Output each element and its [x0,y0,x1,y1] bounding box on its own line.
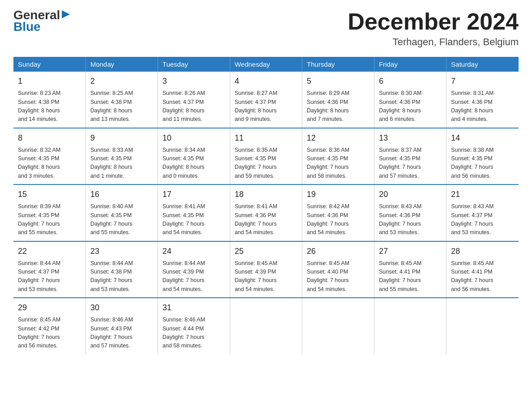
calendar-cell [374,298,446,354]
day-number: 29 [18,302,81,314]
day-number: 13 [379,132,442,144]
day-info: Sunrise: 8:32 AMSunset: 4:35 PMDaylight:… [18,146,81,181]
calendar-cell: 13Sunrise: 8:37 AMSunset: 4:35 PMDayligh… [374,128,446,185]
calendar-header: Sunday Monday Tuesday Wednesday Thursday… [13,57,519,72]
calendar-cell: 1Sunrise: 8:23 AMSunset: 4:38 PMDaylight… [13,72,86,128]
day-info: Sunrise: 8:37 AMSunset: 4:35 PMDaylight:… [379,146,442,181]
calendar-cell [446,298,519,354]
day-number: 2 [90,75,153,87]
logo: General Blue [13,9,71,33]
calendar-title: December 2024 [348,9,519,34]
day-info: Sunrise: 8:45 AMSunset: 4:40 PMDaylight:… [307,259,369,294]
day-info: Sunrise: 8:45 AMSunset: 4:39 PMDaylight:… [235,259,297,294]
day-info: Sunrise: 8:39 AMSunset: 4:35 PMDaylight:… [18,202,81,237]
day-number: 22 [18,245,81,257]
day-info: Sunrise: 8:30 AMSunset: 4:36 PMDaylight:… [379,89,442,124]
calendar-cell: 19Sunrise: 8:42 AMSunset: 4:36 PMDayligh… [302,184,374,241]
day-info: Sunrise: 8:44 AMSunset: 4:38 PMDaylight:… [90,259,153,294]
day-info: Sunrise: 8:45 AMSunset: 4:41 PMDaylight:… [451,259,514,294]
calendar-table: Sunday Monday Tuesday Wednesday Thursday… [13,57,519,354]
calendar-cell: 12Sunrise: 8:36 AMSunset: 4:35 PMDayligh… [302,128,374,185]
day-info: Sunrise: 8:40 AMSunset: 4:35 PMDaylight:… [90,202,153,237]
day-number: 18 [235,188,297,201]
day-number: 28 [451,245,514,257]
day-info: Sunrise: 8:27 AMSunset: 4:37 PMDaylight:… [235,89,297,124]
day-number: 11 [235,132,297,144]
week-row-1: 1Sunrise: 8:23 AMSunset: 4:38 PMDaylight… [13,72,519,128]
calendar-cell: 8Sunrise: 8:32 AMSunset: 4:35 PMDaylight… [13,128,86,185]
day-number: 27 [379,245,442,257]
calendar-cell [302,298,374,354]
calendar-cell: 2Sunrise: 8:25 AMSunset: 4:38 PMDaylight… [86,72,158,128]
day-info: Sunrise: 8:36 AMSunset: 4:35 PMDaylight:… [307,146,369,181]
day-number: 26 [307,245,369,257]
day-info: Sunrise: 8:45 AMSunset: 4:41 PMDaylight:… [379,259,442,294]
page-header: General Blue December 2024 Terhagen, Fla… [13,9,519,48]
day-number: 24 [163,245,225,257]
day-number: 15 [18,188,81,201]
day-number: 12 [307,132,369,144]
day-info: Sunrise: 8:44 AMSunset: 4:37 PMDaylight:… [18,259,81,294]
calendar-cell: 31Sunrise: 8:46 AMSunset: 4:44 PMDayligh… [158,298,230,354]
header-monday: Monday [86,57,158,72]
header-thursday: Thursday [302,57,374,72]
day-info: Sunrise: 8:34 AMSunset: 4:35 PMDaylight:… [163,146,225,181]
week-row-2: 8Sunrise: 8:32 AMSunset: 4:35 PMDaylight… [13,128,519,185]
calendar-cell: 30Sunrise: 8:46 AMSunset: 4:43 PMDayligh… [86,298,158,354]
day-number: 9 [90,132,153,144]
header-row: Sunday Monday Tuesday Wednesday Thursday… [13,57,519,72]
day-number: 7 [451,75,514,87]
day-info: Sunrise: 8:41 AMSunset: 4:35 PMDaylight:… [163,202,225,237]
day-info: Sunrise: 8:38 AMSunset: 4:35 PMDaylight:… [451,146,514,181]
day-number: 20 [379,188,442,201]
day-number: 31 [163,302,225,314]
day-number: 21 [451,188,514,201]
day-info: Sunrise: 8:26 AMSunset: 4:37 PMDaylight:… [163,89,225,124]
day-info: Sunrise: 8:42 AMSunset: 4:36 PMDaylight:… [307,202,369,237]
day-number: 30 [90,302,153,314]
calendar-cell: 5Sunrise: 8:29 AMSunset: 4:36 PMDaylight… [302,72,374,128]
calendar-cell: 10Sunrise: 8:34 AMSunset: 4:35 PMDayligh… [158,128,230,185]
calendar-cell: 7Sunrise: 8:31 AMSunset: 4:36 PMDaylight… [446,72,519,128]
day-info: Sunrise: 8:35 AMSunset: 4:35 PMDaylight:… [235,146,297,181]
calendar-cell: 21Sunrise: 8:43 AMSunset: 4:37 PMDayligh… [446,184,519,241]
calendar-cell: 3Sunrise: 8:26 AMSunset: 4:37 PMDaylight… [158,72,230,128]
calendar-cell: 9Sunrise: 8:33 AMSunset: 4:35 PMDaylight… [86,128,158,185]
header-sunday: Sunday [13,57,86,72]
day-number: 8 [18,132,81,144]
week-row-3: 15Sunrise: 8:39 AMSunset: 4:35 PMDayligh… [13,184,519,241]
calendar-cell: 29Sunrise: 8:45 AMSunset: 4:42 PMDayligh… [13,298,86,354]
day-info: Sunrise: 8:45 AMSunset: 4:42 PMDaylight:… [18,316,81,351]
calendar-cell: 18Sunrise: 8:41 AMSunset: 4:36 PMDayligh… [230,184,302,241]
calendar-subtitle: Terhagen, Flanders, Belgium [348,36,519,48]
day-info: Sunrise: 8:43 AMSunset: 4:37 PMDaylight:… [451,202,514,237]
day-number: 5 [307,75,369,87]
week-row-5: 29Sunrise: 8:45 AMSunset: 4:42 PMDayligh… [13,298,519,354]
calendar-cell: 16Sunrise: 8:40 AMSunset: 4:35 PMDayligh… [86,184,158,241]
calendar-cell: 22Sunrise: 8:44 AMSunset: 4:37 PMDayligh… [13,241,86,298]
calendar-cell: 15Sunrise: 8:39 AMSunset: 4:35 PMDayligh… [13,184,86,241]
calendar-cell: 11Sunrise: 8:35 AMSunset: 4:35 PMDayligh… [230,128,302,185]
day-number: 23 [90,245,153,257]
day-info: Sunrise: 8:46 AMSunset: 4:43 PMDaylight:… [90,316,153,351]
day-number: 1 [18,75,81,87]
calendar-cell: 4Sunrise: 8:27 AMSunset: 4:37 PMDaylight… [230,72,302,128]
day-info: Sunrise: 8:29 AMSunset: 4:36 PMDaylight:… [307,89,369,124]
day-info: Sunrise: 8:46 AMSunset: 4:44 PMDaylight:… [163,316,225,351]
calendar-cell [230,298,302,354]
logo-blue-text: Blue [13,21,41,33]
svg-marker-0 [62,10,70,18]
day-number: 16 [90,188,153,201]
calendar-cell: 27Sunrise: 8:45 AMSunset: 4:41 PMDayligh… [374,241,446,298]
day-number: 6 [379,75,442,87]
calendar-cell: 25Sunrise: 8:45 AMSunset: 4:39 PMDayligh… [230,241,302,298]
header-saturday: Saturday [446,57,519,72]
day-info: Sunrise: 8:44 AMSunset: 4:39 PMDaylight:… [163,259,225,294]
day-number: 4 [235,75,297,87]
calendar-cell: 26Sunrise: 8:45 AMSunset: 4:40 PMDayligh… [302,241,374,298]
day-info: Sunrise: 8:41 AMSunset: 4:36 PMDaylight:… [235,202,297,237]
header-wednesday: Wednesday [230,57,302,72]
day-number: 3 [163,75,225,87]
calendar-cell: 14Sunrise: 8:38 AMSunset: 4:35 PMDayligh… [446,128,519,185]
header-tuesday: Tuesday [158,57,230,72]
